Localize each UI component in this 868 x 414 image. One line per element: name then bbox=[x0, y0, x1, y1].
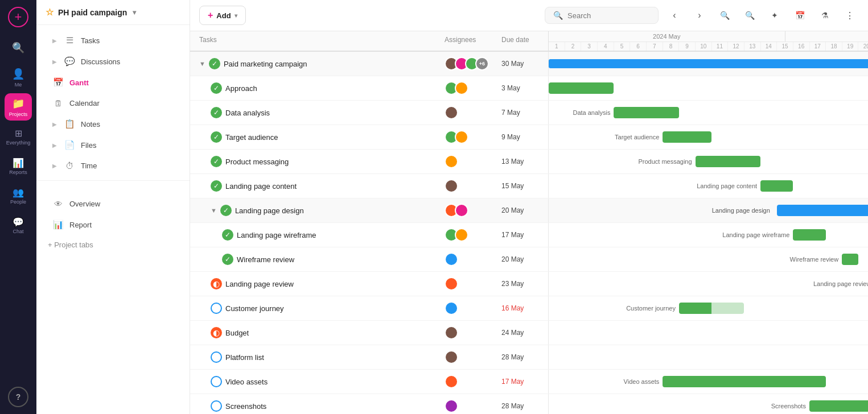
day-14: 14 bbox=[761, 42, 778, 51]
chat-nav-button[interactable]: 💬 Chat bbox=[5, 212, 32, 239]
calendar-button[interactable]: 📅 bbox=[791, 6, 809, 24]
gantt-container: Tasks Assignees Due date 2024 May 2024 M… bbox=[190, 31, 868, 414]
avatar bbox=[445, 375, 458, 388]
day-7: 7 bbox=[647, 42, 663, 51]
sidebar-item-gantt[interactable]: 📅 Gantt bbox=[41, 72, 185, 93]
sidebar-item-files[interactable]: ▶ 📄 Files bbox=[41, 135, 185, 155]
task-name-cell-approach: ✓ Approach bbox=[190, 78, 440, 98]
avatar bbox=[455, 204, 468, 217]
bar-label-data-analysis: Data analysis bbox=[573, 109, 614, 116]
chat-nav-label: Chat bbox=[13, 229, 23, 234]
avatar bbox=[445, 326, 458, 340]
task-name-cell-landing-page-wireframe: ✓ Landing page wireframe bbox=[190, 225, 440, 245]
status-icon-platform-list bbox=[211, 351, 222, 363]
task-row-landing-page-content[interactable]: ✓ Landing page content 15 May Landing pa… bbox=[190, 174, 868, 198]
search-icon: 🔍 bbox=[553, 11, 563, 20]
people-nav-button[interactable]: 👥 People bbox=[5, 182, 32, 209]
status-icon-landing-page-design: ✓ bbox=[220, 205, 232, 216]
task-row-landing-page-wireframe[interactable]: ✓ Landing page wireframe 17 May Landing … bbox=[190, 223, 868, 247]
filter-button[interactable]: ⚗ bbox=[816, 6, 834, 24]
due-date-cell-screenshots: 28 May bbox=[497, 398, 548, 414]
avatar-group-screenshots bbox=[445, 399, 458, 413]
chart-cell-target-audience: Target audience bbox=[549, 125, 868, 149]
task-row-video-assets[interactable]: Video assets 17 May Video assets bbox=[190, 370, 868, 394]
avatar-group-product-messaging bbox=[445, 155, 458, 168]
task-row-budget[interactable]: ◐ Budget 24 May Budget bbox=[190, 321, 868, 345]
projects-nav-button[interactable]: 📁 Projects bbox=[5, 93, 32, 121]
sidebar-item-tasks[interactable]: ▶ ☰ Tasks bbox=[41, 30, 185, 51]
task-row-platform-list[interactable]: Platform list 28 May Platform list bbox=[190, 345, 868, 370]
task-row-data-analysis[interactable]: ✓ Data analysis 7 May Data analysis bbox=[190, 101, 868, 125]
task-row-wireframe-review[interactable]: ✓ Wireframe review 20 May Wireframe revi… bbox=[190, 247, 868, 272]
chart-cell-landing-page-review: Landing page review bbox=[549, 272, 868, 296]
status-icon-landing-page-content: ✓ bbox=[211, 180, 222, 192]
task-row-target-audience[interactable]: ✓ Target audience 9 May Target audience bbox=[190, 125, 868, 150]
chart-cell-landing-page-design: Landing page design bbox=[549, 198, 868, 222]
more-button[interactable]: ⋮ bbox=[841, 6, 859, 24]
me-nav-button[interactable]: 👤 Me bbox=[5, 64, 32, 91]
sidebar-item-discussions[interactable]: ▶ 💬 Discussions bbox=[41, 51, 185, 72]
assignees-cell-product-messaging bbox=[440, 150, 497, 173]
fit-button[interactable]: ✦ bbox=[766, 6, 784, 24]
add-project-tabs[interactable]: + Project tabs bbox=[36, 235, 190, 254]
everything-nav-button[interactable]: ⊞ Everything bbox=[5, 123, 32, 150]
day-18: 18 bbox=[826, 42, 842, 51]
task-row-landing-page-review[interactable]: ◐ Landing page review 23 May Landing pag… bbox=[190, 272, 868, 296]
task-name-cell-platform-list: Platform list bbox=[190, 347, 440, 367]
reports-nav-label: Reports bbox=[9, 169, 27, 175]
everything-nav-label: Everything bbox=[6, 140, 31, 146]
chart-header: 2024 May 2024 May 1 2 3 4 5 6 7 8 bbox=[549, 31, 868, 51]
me-nav-icon: 👤 bbox=[12, 68, 24, 80]
day-8: 8 bbox=[663, 42, 680, 51]
gantt-bar-landing-page-design: Landing page design bbox=[777, 205, 868, 216]
reports-nav-button[interactable]: 📊 Reports bbox=[5, 152, 32, 180]
files-icon: 📄 bbox=[64, 140, 75, 150]
avatar bbox=[445, 179, 458, 193]
sidebar-item-report-label: Report bbox=[69, 221, 92, 229]
sidebar-item-time[interactable]: ▶ ⏱ Time bbox=[41, 156, 185, 176]
gantt-bar-wireframe-review bbox=[842, 254, 858, 265]
assignees-cell-approach bbox=[440, 77, 497, 100]
search-nav-button[interactable]: 🔍 bbox=[5, 34, 32, 61]
assignees-cell-target-audience bbox=[440, 126, 497, 148]
due-date-cell-landing-page-wireframe: 17 May bbox=[497, 226, 548, 243]
avatar bbox=[455, 81, 468, 95]
task-row-product-messaging[interactable]: ✓ Product messaging 13 May Product messa… bbox=[190, 150, 868, 174]
task-row-customer-journey[interactable]: Customer journey 16 May Customer journey bbox=[190, 296, 868, 321]
add-button[interactable]: + Add ▾ bbox=[199, 6, 246, 25]
task-row-paid-marketing[interactable]: ▼ ✓ Paid marketing campaign +6 30 May bbox=[190, 52, 868, 76]
status-icon-data-analysis: ✓ bbox=[211, 107, 222, 118]
zoom-out-button[interactable]: 🔍 bbox=[715, 6, 734, 24]
expand-icon-landing-page-design[interactable]: ▼ bbox=[211, 207, 217, 214]
search-box[interactable]: 🔍 bbox=[545, 7, 659, 24]
task-row-screenshots[interactable]: Screenshots 28 May Screenshots bbox=[190, 394, 868, 414]
expand-icon-paid-marketing[interactable]: ▼ bbox=[199, 60, 205, 67]
task-row-landing-page-design[interactable]: ▼ ✓ Landing page design 20 May Landing p… bbox=[190, 198, 868, 223]
help-button[interactable]: ? bbox=[8, 387, 28, 407]
task-name-data-analysis: Data analysis bbox=[225, 109, 270, 117]
nav-prev-button[interactable]: ‹ bbox=[665, 6, 684, 24]
gantt-bar-video-assets bbox=[663, 376, 825, 387]
avatar-group-landing-page-design bbox=[445, 204, 468, 217]
sidebar-item-report[interactable]: 📊 Report bbox=[41, 214, 185, 235]
search-input[interactable] bbox=[567, 11, 650, 20]
task-name-approach: Approach bbox=[225, 84, 257, 93]
sidebar-item-notes[interactable]: ▶ 📋 Notes bbox=[41, 114, 185, 134]
task-row-approach[interactable]: ✓ Approach 3 May bbox=[190, 76, 868, 101]
zoom-in-button[interactable]: 🔍 bbox=[741, 6, 759, 24]
avatar-group-approach bbox=[445, 81, 468, 95]
assignees-cell-landing-page-review bbox=[440, 272, 497, 295]
assignees-cell-wireframe-review bbox=[440, 248, 497, 271]
sidebar-item-overview[interactable]: 👁 Overview bbox=[41, 194, 185, 214]
nav-next-button[interactable]: › bbox=[690, 6, 709, 24]
assignees-cell-budget bbox=[440, 321, 497, 344]
chat-nav-icon: 💬 bbox=[13, 217, 24, 227]
avatar bbox=[445, 155, 458, 168]
sidebar-header: ☆ PH paid campaign ▾ bbox=[36, 0, 190, 25]
sidebar-item-discussions-label: Discussions bbox=[81, 57, 120, 66]
discussions-icon: 💬 bbox=[64, 56, 75, 67]
sidebar-item-calendar[interactable]: 🗓 Calendar bbox=[41, 93, 185, 113]
task-name-paid-marketing: Paid marketing campaign bbox=[224, 60, 307, 68]
bar-label-product-messaging: Product messaging bbox=[638, 158, 695, 165]
global-add-button[interactable]: + bbox=[8, 7, 28, 27]
